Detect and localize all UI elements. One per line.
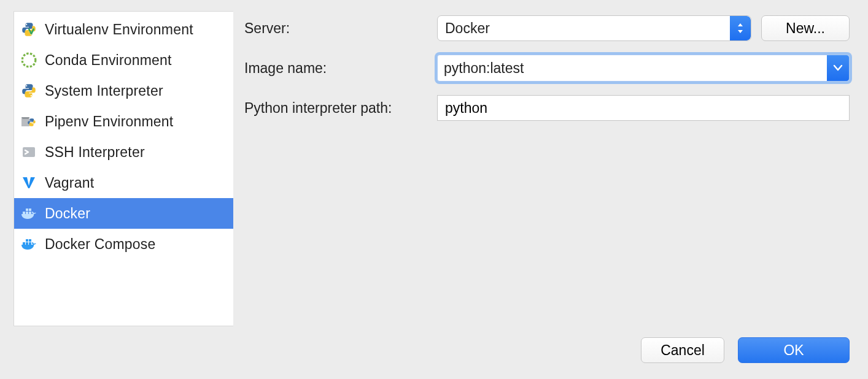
docker-icon	[20, 205, 37, 222]
sidebar-item-pipenv[interactable]: Pipenv Environment	[14, 106, 233, 137]
svg-rect-10	[29, 209, 31, 211]
pipenv-icon	[20, 113, 37, 130]
svg-point-4	[31, 95, 32, 96]
interpreter-path-label: Python interpreter path:	[244, 100, 427, 117]
svg-rect-12	[26, 242, 28, 245]
sidebar-item-label: Docker Compose	[45, 236, 155, 253]
updown-icon	[730, 16, 751, 40]
interpreter-path-input[interactable]	[437, 95, 850, 121]
svg-rect-9	[26, 209, 28, 211]
docker-config-form: Server: Docker New... Image name: python…	[233, 11, 858, 326]
sidebar-item-label: Docker	[45, 205, 90, 222]
dialog-footer: Cancel OK	[641, 337, 850, 363]
sidebar-item-label: Virtualenv Environment	[45, 21, 193, 38]
sidebar-item-label: SSH Interpreter	[45, 144, 145, 161]
sidebar-item-docker-compose[interactable]: Docker Compose	[14, 229, 233, 259]
sidebar-item-system[interactable]: System Interpreter	[14, 75, 233, 106]
image-name-combobox[interactable]: python:latest	[437, 55, 850, 82]
ok-button[interactable]: OK	[738, 337, 850, 363]
svg-point-0	[26, 24, 27, 25]
server-select[interactable]: Docker	[437, 15, 751, 41]
vagrant-icon	[20, 174, 37, 191]
new-server-button[interactable]: New...	[761, 15, 850, 41]
svg-rect-8	[29, 212, 31, 214]
interpreter-type-list: Virtualenv Environment Conda Environment…	[14, 11, 233, 326]
sidebar-item-vagrant[interactable]: Vagrant	[14, 167, 233, 198]
svg-point-3	[26, 85, 27, 86]
image-name-label: Image name:	[244, 60, 427, 77]
sidebar-item-label: Pipenv Environment	[45, 113, 173, 130]
svg-rect-6	[23, 212, 25, 214]
sidebar-item-virtualenv[interactable]: Virtualenv Environment	[14, 14, 233, 45]
python-venv-icon	[20, 21, 37, 38]
svg-rect-14	[26, 239, 28, 242]
server-value: Docker	[445, 20, 490, 37]
sidebar-item-ssh[interactable]: SSH Interpreter	[14, 137, 233, 167]
sidebar-item-label: Conda Environment	[45, 52, 172, 69]
svg-rect-13	[29, 242, 31, 245]
svg-rect-11	[23, 242, 25, 245]
docker-compose-icon	[20, 235, 37, 253]
sidebar-item-docker[interactable]: Docker	[14, 198, 233, 229]
sidebar-item-label: Vagrant	[45, 175, 94, 191]
conda-icon	[20, 52, 37, 69]
python-icon	[20, 82, 37, 99]
image-name-value: python:latest	[444, 60, 524, 77]
chevron-down-icon	[827, 55, 849, 81]
cancel-button[interactable]: Cancel	[641, 337, 724, 363]
sidebar-item-label: System Interpreter	[45, 83, 163, 99]
ssh-icon	[20, 144, 37, 161]
sidebar-item-conda[interactable]: Conda Environment	[14, 45, 233, 75]
svg-rect-15	[29, 239, 31, 242]
svg-rect-7	[26, 212, 28, 214]
svg-point-2	[22, 53, 36, 67]
server-label: Server:	[244, 20, 427, 37]
